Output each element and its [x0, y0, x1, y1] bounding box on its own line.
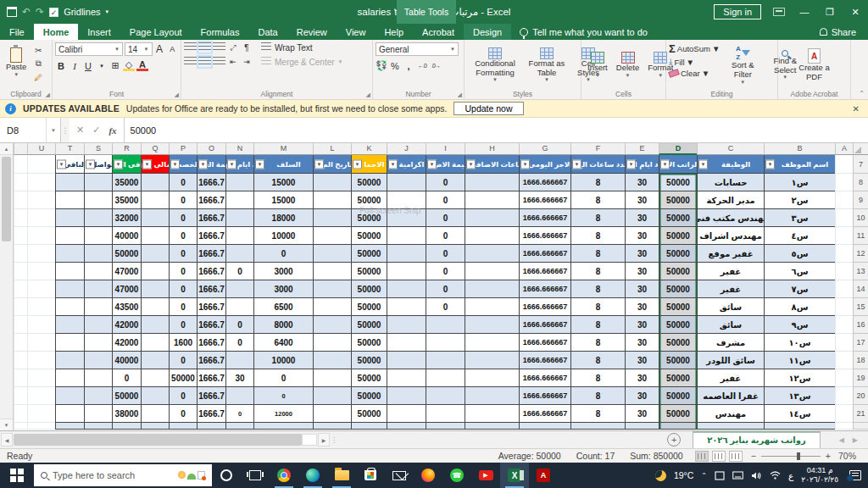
tab-insert[interactable]: Insert: [78, 24, 120, 40]
column-letter-F[interactable]: F: [570, 143, 625, 155]
clear-button[interactable]: Clear▼: [669, 69, 720, 78]
cell-E18[interactable]: 30: [625, 352, 659, 369]
horizontal-scroll-thumb[interactable]: [14, 434, 302, 446]
row-header-18[interactable]: 18: [853, 352, 868, 369]
tray-temperature[interactable]: 19°C: [674, 470, 693, 480]
cell-F8[interactable]: 8: [570, 174, 625, 191]
cell-E17[interactable]: 30: [625, 334, 659, 352]
row-header-19[interactable]: 19: [853, 369, 868, 387]
taskbar-youtube-button[interactable]: ▶: [471, 463, 500, 488]
filter-dropdown-G[interactable]: ▼: [520, 159, 530, 169]
column-letter-D[interactable]: D: [659, 143, 697, 155]
filter-dropdown-Q[interactable]: ▼: [142, 159, 152, 169]
cell-A14[interactable]: [835, 280, 853, 298]
cell-Q11[interactable]: [141, 227, 169, 245]
cell-D16[interactable]: 50000: [659, 316, 697, 334]
start-button[interactable]: [0, 463, 34, 488]
align-center-icon[interactable]: [198, 57, 211, 67]
column-letter-C[interactable]: C: [697, 143, 764, 155]
cell-H22[interactable]: [465, 423, 519, 430]
cell-P11[interactable]: 0: [169, 227, 197, 245]
taskbar-firefox-button[interactable]: [414, 463, 442, 488]
minimize-button[interactable]: —: [792, 0, 817, 24]
cell-S19[interactable]: [84, 369, 112, 387]
cell-H21[interactable]: [465, 405, 519, 423]
cell-S12[interactable]: [84, 245, 112, 263]
alignment-dialog-launcher[interactable]: ◢: [366, 92, 370, 98]
cell-B17[interactable]: س١٠: [764, 334, 835, 352]
cell-R19[interactable]: 0: [112, 369, 141, 387]
cell-J18[interactable]: [387, 352, 426, 369]
cell-O22[interactable]: [197, 423, 225, 430]
header-cell-N[interactable]: عدد ايام الغ▼: [225, 155, 253, 174]
cell-U9[interactable]: [27, 191, 55, 209]
header-cell-I[interactable]: قيمة الاض▼: [426, 155, 465, 174]
copy-icon[interactable]: ⧉: [31, 58, 45, 69]
cell-P17[interactable]: 1600: [169, 334, 197, 352]
column-letter-M[interactable]: M: [253, 143, 313, 155]
cell-S10[interactable]: [84, 209, 112, 227]
column-letter-S[interactable]: S: [84, 143, 112, 155]
name-box-dropdown-icon[interactable]: ▼: [46, 118, 60, 142]
cell-N12[interactable]: [225, 245, 253, 263]
row-header-17[interactable]: 17: [853, 334, 868, 352]
cell-V9[interactable]: [14, 191, 27, 209]
cell-V19[interactable]: [14, 369, 27, 387]
cell-C9[interactable]: مدير الحركة: [697, 191, 764, 209]
cell-O20[interactable]: 1666.7: [197, 387, 225, 405]
cell-O10[interactable]: 1666.7: [197, 209, 225, 227]
cell-M17[interactable]: 6400: [253, 334, 313, 352]
cell-S20[interactable]: [84, 387, 112, 405]
header-cell-L[interactable]: تاريخ الم▼: [313, 155, 351, 174]
column-letter-L[interactable]: L: [313, 143, 351, 155]
cell-M22[interactable]: [253, 423, 313, 430]
cell-F17[interactable]: 8: [570, 334, 625, 352]
cell-G17[interactable]: 1666.666667: [519, 334, 570, 352]
cell-K15[interactable]: 50000: [351, 298, 387, 316]
cell-N15[interactable]: [225, 298, 253, 316]
cell-P21[interactable]: 0: [169, 405, 197, 423]
cell-F10[interactable]: 8: [570, 209, 625, 227]
cell-J19[interactable]: [387, 369, 426, 387]
cell-K12[interactable]: 50000: [351, 245, 387, 263]
cell-E21[interactable]: 30: [625, 405, 659, 423]
cell-M12[interactable]: 0: [253, 245, 313, 263]
comma-style-icon[interactable]: ,: [403, 61, 415, 71]
cell-U12[interactable]: [27, 245, 55, 263]
sheet-nav-prev-icon[interactable]: ◀: [839, 436, 844, 444]
cell-I13[interactable]: 0: [426, 263, 465, 280]
accounting-format-icon[interactable]: 💱: [376, 60, 387, 71]
cell-C10[interactable]: مهندس مكتب فني: [697, 209, 764, 227]
cell-I14[interactable]: 0: [426, 280, 465, 298]
cell-C18[interactable]: سائق اللودر: [697, 352, 764, 369]
cell-I11[interactable]: 0: [426, 227, 465, 245]
cell-A11[interactable]: [835, 227, 853, 245]
column-letter-P[interactable]: P: [169, 143, 197, 155]
cell-E20[interactable]: 30: [625, 387, 659, 405]
align-middle-icon[interactable]: [198, 42, 211, 53]
cell-M13[interactable]: 3000: [253, 263, 313, 280]
filter-dropdown-L[interactable]: ▼: [314, 159, 324, 169]
cell-M8[interactable]: 15000: [253, 174, 313, 191]
cell-G9[interactable]: 1666.666667: [519, 191, 570, 209]
cell-E9[interactable]: 30: [625, 191, 659, 209]
cell-T21[interactable]: [55, 405, 84, 423]
cell-T11[interactable]: [55, 227, 84, 245]
filter-dropdown-F[interactable]: ▼: [572, 159, 581, 169]
cell-F22[interactable]: [570, 423, 625, 430]
header-cell-C[interactable]: الوظيفة▼: [697, 155, 764, 174]
column-letter-A[interactable]: A: [835, 143, 853, 155]
cell-V18[interactable]: [14, 352, 27, 369]
cell-S9[interactable]: [84, 191, 112, 209]
font-color-icon[interactable]: A: [136, 61, 148, 71]
cell-U22[interactable]: [27, 423, 55, 430]
sheet-nav-next-icon[interactable]: ▶: [853, 436, 858, 444]
cell-P13[interactable]: 0: [169, 263, 197, 280]
cell-K10[interactable]: 50000: [351, 209, 387, 227]
cell-Q17[interactable]: [141, 334, 169, 352]
cell-K18[interactable]: 50000: [351, 352, 387, 369]
cell-D8[interactable]: 50000: [659, 174, 697, 191]
cell-E13[interactable]: 30: [625, 263, 659, 280]
font-name-combo[interactable]: Calibri▼: [55, 42, 123, 56]
fill-color-icon[interactable]: ◇: [123, 61, 135, 71]
